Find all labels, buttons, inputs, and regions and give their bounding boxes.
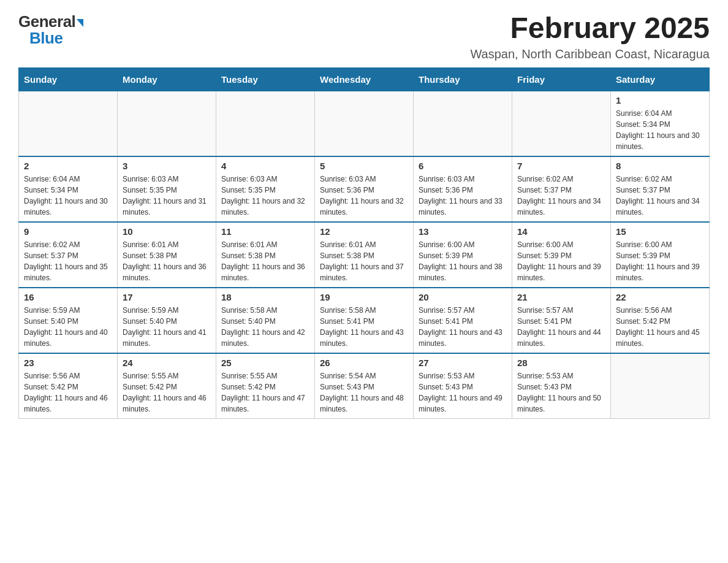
day-number: 2 — [24, 161, 112, 171]
day-number: 22 — [616, 292, 704, 302]
calendar-day-cell — [216, 91, 315, 156]
calendar-week-row: 9Sunrise: 6:02 AMSunset: 5:37 PMDaylight… — [19, 222, 710, 288]
day-number: 20 — [419, 292, 507, 302]
calendar-day-cell: 15Sunrise: 6:00 AMSunset: 5:39 PMDayligh… — [611, 222, 710, 288]
calendar-week-row: 2Sunrise: 6:04 AMSunset: 5:34 PMDaylight… — [19, 156, 710, 222]
calendar-day-cell: 18Sunrise: 5:58 AMSunset: 5:40 PMDayligh… — [216, 288, 315, 353]
day-info: Sunrise: 6:04 AMSunset: 5:34 PMDaylight:… — [616, 108, 704, 152]
calendar-day-cell: 14Sunrise: 6:00 AMSunset: 5:39 PMDayligh… — [512, 222, 611, 288]
day-number: 5 — [320, 161, 408, 171]
calendar-day-cell: 25Sunrise: 5:55 AMSunset: 5:42 PMDayligh… — [216, 353, 315, 419]
day-info: Sunrise: 6:01 AMSunset: 5:38 PMDaylight:… — [320, 239, 408, 283]
day-info: Sunrise: 6:04 AMSunset: 5:34 PMDaylight:… — [24, 174, 112, 218]
day-number: 11 — [221, 226, 309, 237]
logo-blue-text: Blue — [29, 29, 63, 48]
calendar-day-cell: 13Sunrise: 6:00 AMSunset: 5:39 PMDayligh… — [414, 222, 512, 288]
day-number: 10 — [123, 226, 211, 237]
calendar-day-cell — [512, 91, 611, 156]
day-info: Sunrise: 6:01 AMSunset: 5:38 PMDaylight:… — [221, 239, 309, 283]
title-area: February 2025 Waspan, North Caribbean Co… — [470, 12, 710, 61]
calendar-day-cell: 3Sunrise: 6:03 AMSunset: 5:35 PMDaylight… — [118, 156, 216, 222]
day-info: Sunrise: 6:02 AMSunset: 5:37 PMDaylight:… — [517, 174, 605, 218]
day-info: Sunrise: 6:02 AMSunset: 5:37 PMDaylight:… — [24, 239, 112, 283]
calendar-day-cell: 8Sunrise: 6:02 AMSunset: 5:37 PMDaylight… — [611, 156, 710, 222]
day-number: 14 — [517, 226, 605, 237]
calendar-day-cell: 2Sunrise: 6:04 AMSunset: 5:34 PMDaylight… — [19, 156, 118, 222]
day-info: Sunrise: 5:58 AMSunset: 5:41 PMDaylight:… — [320, 305, 408, 349]
day-number: 7 — [517, 161, 605, 171]
day-info: Sunrise: 6:03 AMSunset: 5:36 PMDaylight:… — [419, 174, 507, 218]
calendar-day-cell — [118, 91, 216, 156]
calendar-day-cell: 21Sunrise: 5:57 AMSunset: 5:41 PMDayligh… — [512, 288, 611, 353]
day-info: Sunrise: 5:55 AMSunset: 5:42 PMDaylight:… — [123, 370, 211, 415]
day-number: 17 — [123, 292, 211, 302]
logo: General Blue — [18, 12, 83, 48]
day-number: 3 — [123, 161, 211, 171]
day-info: Sunrise: 5:53 AMSunset: 5:43 PMDaylight:… — [419, 370, 507, 415]
day-number: 15 — [616, 226, 704, 237]
calendar-day-cell — [611, 353, 710, 419]
day-number: 8 — [616, 161, 704, 171]
calendar-day-cell: 23Sunrise: 5:56 AMSunset: 5:42 PMDayligh… — [19, 353, 118, 419]
calendar-day-cell — [315, 91, 414, 156]
calendar-week-row: 16Sunrise: 5:59 AMSunset: 5:40 PMDayligh… — [19, 288, 710, 353]
calendar-day-header: Tuesday — [216, 67, 315, 91]
calendar-day-header: Friday — [512, 67, 611, 91]
calendar-day-header: Thursday — [414, 67, 512, 91]
calendar-day-cell: 9Sunrise: 6:02 AMSunset: 5:37 PMDaylight… — [19, 222, 118, 288]
calendar-day-header: Sunday — [19, 67, 118, 91]
day-number: 23 — [24, 358, 112, 368]
calendar-day-cell: 5Sunrise: 6:03 AMSunset: 5:36 PMDaylight… — [315, 156, 414, 222]
calendar-day-cell — [414, 91, 512, 156]
calendar-day-cell: 1Sunrise: 6:04 AMSunset: 5:34 PMDaylight… — [611, 91, 710, 156]
calendar-day-cell — [19, 91, 118, 156]
day-info: Sunrise: 5:57 AMSunset: 5:41 PMDaylight:… — [517, 305, 605, 349]
calendar-day-cell: 22Sunrise: 5:56 AMSunset: 5:42 PMDayligh… — [611, 288, 710, 353]
day-number: 25 — [221, 358, 309, 368]
day-info: Sunrise: 6:02 AMSunset: 5:37 PMDaylight:… — [616, 174, 704, 218]
page-header: General Blue February 2025 Waspan, North… — [18, 12, 710, 61]
calendar-day-cell: 12Sunrise: 6:01 AMSunset: 5:38 PMDayligh… — [315, 222, 414, 288]
day-number: 1 — [616, 95, 704, 105]
day-number: 16 — [24, 292, 112, 302]
calendar-day-cell: 6Sunrise: 6:03 AMSunset: 5:36 PMDaylight… — [414, 156, 512, 222]
calendar-day-cell: 17Sunrise: 5:59 AMSunset: 5:40 PMDayligh… — [118, 288, 216, 353]
calendar-week-row: 23Sunrise: 5:56 AMSunset: 5:42 PMDayligh… — [19, 353, 710, 419]
month-year-title: February 2025 — [470, 12, 710, 45]
calendar-day-cell: 4Sunrise: 6:03 AMSunset: 5:35 PMDaylight… — [216, 156, 315, 222]
calendar-day-cell: 28Sunrise: 5:53 AMSunset: 5:43 PMDayligh… — [512, 353, 611, 419]
day-number: 18 — [221, 292, 309, 302]
day-number: 12 — [320, 226, 408, 237]
day-number: 21 — [517, 292, 605, 302]
calendar-day-cell: 20Sunrise: 5:57 AMSunset: 5:41 PMDayligh… — [414, 288, 512, 353]
day-number: 26 — [320, 358, 408, 368]
day-number: 28 — [517, 358, 605, 368]
calendar-day-header: Wednesday — [315, 67, 414, 91]
day-number: 4 — [221, 161, 309, 171]
calendar-day-cell: 11Sunrise: 6:01 AMSunset: 5:38 PMDayligh… — [216, 222, 315, 288]
day-info: Sunrise: 6:00 AMSunset: 5:39 PMDaylight:… — [616, 239, 704, 283]
logo-arrow-icon — [77, 19, 83, 27]
day-info: Sunrise: 6:03 AMSunset: 5:35 PMDaylight:… — [123, 174, 211, 218]
day-info: Sunrise: 5:57 AMSunset: 5:41 PMDaylight:… — [419, 305, 507, 349]
day-info: Sunrise: 5:59 AMSunset: 5:40 PMDaylight:… — [24, 305, 112, 349]
day-info: Sunrise: 5:54 AMSunset: 5:43 PMDaylight:… — [320, 370, 408, 415]
calendar-day-cell: 7Sunrise: 6:02 AMSunset: 5:37 PMDaylight… — [512, 156, 611, 222]
day-info: Sunrise: 6:03 AMSunset: 5:36 PMDaylight:… — [320, 174, 408, 218]
day-info: Sunrise: 5:55 AMSunset: 5:42 PMDaylight:… — [221, 370, 309, 415]
day-number: 19 — [320, 292, 408, 302]
day-info: Sunrise: 5:59 AMSunset: 5:40 PMDaylight:… — [123, 305, 211, 349]
day-info: Sunrise: 5:56 AMSunset: 5:42 PMDaylight:… — [616, 305, 704, 349]
day-number: 24 — [123, 358, 211, 368]
calendar-day-cell: 10Sunrise: 6:01 AMSunset: 5:38 PMDayligh… — [118, 222, 216, 288]
day-number: 13 — [419, 226, 507, 237]
day-info: Sunrise: 5:58 AMSunset: 5:40 PMDaylight:… — [221, 305, 309, 349]
day-info: Sunrise: 5:56 AMSunset: 5:42 PMDaylight:… — [24, 370, 112, 415]
location-subtitle: Waspan, North Caribbean Coast, Nicaragua — [470, 47, 710, 61]
calendar-day-header: Saturday — [611, 67, 710, 91]
calendar-day-cell: 24Sunrise: 5:55 AMSunset: 5:42 PMDayligh… — [118, 353, 216, 419]
day-info: Sunrise: 6:00 AMSunset: 5:39 PMDaylight:… — [517, 239, 605, 283]
day-number: 27 — [419, 358, 507, 368]
day-info: Sunrise: 5:53 AMSunset: 5:43 PMDaylight:… — [517, 370, 605, 415]
day-info: Sunrise: 6:03 AMSunset: 5:35 PMDaylight:… — [221, 174, 309, 218]
